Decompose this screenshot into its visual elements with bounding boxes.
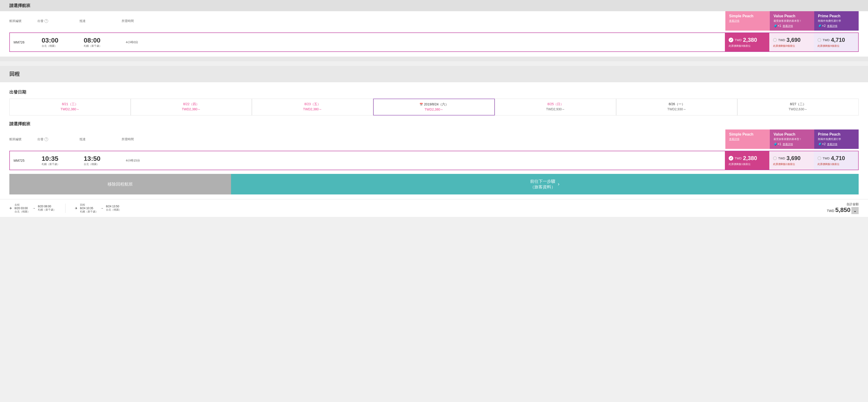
next-step-button[interactable]: 前往下一步驟 （旅客資料） › [231, 174, 859, 195]
date-tab-0[interactable]: 8/21（三） TWD2,380～ [9, 99, 131, 115]
date-tab-2-price: TWD2,380～ [254, 107, 371, 111]
outbound-value-price-row: TWD 3,690 [773, 37, 801, 43]
date-tabs: 8/21（三） TWD2,380～ 8/22（四） TWD2,380～ 8/23… [9, 99, 859, 115]
total-currency: TWD [827, 209, 834, 213]
return-prime-baggage-icon: 🧳×2 [818, 142, 826, 146]
outbound-arr-time: 8/20 08:00 [38, 205, 56, 208]
return-prime-price-row: TWD 4,710 [817, 155, 845, 162]
return-flight-number: MM725 [13, 159, 42, 162]
return-prime-tier-sub: 附兩件免費托運行李 [818, 137, 855, 141]
outbound-value-radio [773, 38, 777, 42]
return-value-price[interactable]: TWD 3,690 此票價剩餘1個座位 [769, 151, 814, 170]
outbound-prime-tier-header: Prime Peach 附兩件免費托運行李 🧳×2 查看詳情 [814, 11, 859, 31]
outbound-trip-info: ✈ 去程 8/20 03:00 台北（桃園） → 8/20 08:00 札幌（新… [9, 203, 56, 213]
return-prime-see-detail[interactable]: 查看詳情 [827, 142, 837, 146]
action-buttons: 移除回程航班 前往下一步驟 （旅客資料） › [9, 174, 859, 195]
date-tab-4-price: TWD2,930～ [497, 107, 614, 111]
outbound-simple-price[interactable]: TWD 2,380 此票價剩餘9個座位 [725, 33, 769, 52]
return-simple-see-detail[interactable]: 查看詳情 [729, 137, 766, 141]
outbound-prime-note: 此票價剩餘9個座位 [817, 44, 839, 48]
return-departure-info-icon: ? [44, 137, 48, 141]
outbound-arrow-icon: → [32, 206, 35, 210]
outbound-tier-header-row: 航班編號 出發 ? 抵達 所需時間 Simple Peach 查看詳情 [9, 11, 859, 31]
return-value-see-detail[interactable]: 查看詳情 [783, 142, 793, 146]
return-plane-icon: ✈ [75, 206, 78, 210]
date-tab-5[interactable]: 8/26（一） TWD2,930～ [616, 99, 738, 115]
return-trip-info: ✈ 回程 8/24 10:35 札幌（新千歲） → 8/24 13:50 台北（… [75, 203, 121, 213]
return-title: 回程 [9, 71, 20, 77]
outbound-from: 台北（桃園） [14, 210, 30, 213]
outbound-prime-price-row: TWD 4,710 [817, 37, 845, 43]
return-duration: 4小時15分 [126, 159, 721, 163]
return-arrival: 13:50 台北（桃園） [84, 155, 126, 166]
return-value-tier-name: Value Peach [774, 132, 810, 136]
return-arr-details: 8/24 13:50 台北（桃園） [106, 205, 121, 211]
return-prime-tier-header: Prime Peach 附兩件免費托運行李 🧳×2 查看詳情 [814, 130, 859, 149]
outbound-flight-number: MM726 [13, 40, 42, 44]
total-price-row: TWD 5,850 ⌄ [827, 206, 859, 214]
return-value-tier-header: Value Peach 最受旅客喜愛的基本型！ 🧳×1 查看詳情 [770, 130, 814, 149]
date-tab-3[interactable]: 📅 2019/8/24（六） TWD2,380～ [373, 99, 495, 115]
outbound-arr-details: 8/20 08:00 札幌（新千歲） [38, 205, 56, 211]
outbound-section-title-bar: 請選擇航班 [0, 0, 868, 11]
date-tab-4[interactable]: 8/25（日） TWD2,930～ [495, 99, 616, 115]
return-section: 出發日期 8/21（三） TWD2,380～ 8/22（四） TWD2,380～… [0, 82, 868, 199]
return-simple-price[interactable]: TWD 2,380 此票價剩餘1個座位 [725, 151, 769, 170]
outbound-section: 航班編號 出發 ? 抵達 所需時間 Simple Peach 查看詳情 [0, 11, 868, 57]
date-tab-1-label: 8/22（四） [133, 102, 249, 106]
outbound-prime-price[interactable]: TWD 4,710 此票價剩餘9個座位 [814, 33, 858, 52]
return-to: 台北（桃園） [106, 208, 121, 211]
outbound-flight-col-headers: 航班編號 出發 ? 抵達 所需時間 [9, 11, 725, 31]
date-tab-1[interactable]: 8/22（四） TWD2,380～ [131, 99, 252, 115]
date-tab-2[interactable]: 8/23（五） TWD2,380～ [252, 99, 373, 115]
value-see-detail[interactable]: 查看詳情 [783, 24, 793, 28]
col-departure: 出發 ? [37, 13, 80, 28]
col-flight-no: 航班編號 [9, 13, 37, 28]
date-tab-5-label: 8/26（一） [619, 102, 735, 106]
return-section-title-bar: 回程 [0, 66, 868, 82]
prime-see-detail[interactable]: 查看詳情 [827, 24, 837, 28]
simple-tier-name: Simple Peach [729, 14, 766, 18]
return-prime-price[interactable]: TWD 4,710 此票價剩餘1個座位 [814, 151, 858, 170]
return-simple-tier-header: Simple Peach 查看詳情 [725, 130, 770, 149]
value-tier-name: Value Peach [774, 14, 810, 18]
return-value-baggage-icon: 🧳×1 [774, 142, 781, 146]
return-prime-tier-info: 🧳×2 查看詳情 [818, 142, 855, 146]
col-duration: 所需時間 [122, 13, 725, 28]
return-value-note: 此票價剩餘1個座位 [773, 162, 795, 166]
outbound-simple-check [728, 38, 733, 42]
return-departure: 10:35 札幌（新千歲） [42, 155, 84, 166]
divider [0, 57, 868, 61]
date-tab-6-label: 8/27（二） [740, 102, 856, 106]
date-tab-6[interactable]: 8/27（二） TWD2,630～ [737, 99, 859, 115]
value-baggage-icon: 🧳×1 [774, 24, 781, 28]
date-tab-3-label: 📅 2019/8/24（六） [376, 102, 492, 107]
return-value-price-row: TWD 3,690 [773, 155, 801, 162]
outbound-value-note: 此票價剩餘9個座位 [773, 44, 795, 48]
return-simple-check [728, 156, 733, 161]
outbound-simple-tier-header: Simple Peach 查看詳情 [725, 11, 770, 31]
return-flight-row: MM725 10:35 札幌（新千歲） 13:50 台北（桃園） 4小時15分 … [9, 151, 859, 170]
return-tier-header-row: 航班編號 出發 ? 抵達 所需時間 Simple Peach 查看詳情 Valu… [9, 130, 859, 149]
return-date-time: 8/24 10:35 [80, 207, 98, 210]
value-tier-info: 🧳×1 查看詳情 [774, 23, 810, 28]
outbound-trip-details: 去程 8/20 03:00 台北（桃園） [14, 203, 30, 213]
return-col-duration: 所需時間 [122, 132, 725, 146]
return-label: 回程 [80, 203, 98, 207]
return-from: 札幌（新千歲） [80, 210, 98, 213]
simple-see-detail[interactable]: 查看詳情 [729, 19, 766, 23]
total-expand-button[interactable]: ⌄ [851, 207, 859, 214]
total-label: 合計金額 [827, 202, 859, 206]
bottom-bar: ✈ 去程 8/20 03:00 台北（桃園） → 8/20 08:00 札幌（新… [0, 199, 868, 217]
col-arrival: 抵達 [80, 13, 122, 28]
return-flight-info: MM725 10:35 札幌（新千歲） 13:50 台北（桃園） 4小時15分 [10, 151, 725, 170]
total-amount: 5,850 [835, 206, 850, 213]
outbound-to: 札幌（新千歲） [38, 208, 56, 211]
date-tab-1-price: TWD2,380～ [133, 107, 249, 111]
return-prime-tier-name: Prime Peach [818, 132, 855, 136]
outbound-value-tier-header: Value Peach 最受旅客喜愛的基本型！ 🧳×1 查看詳情 [770, 11, 814, 31]
outbound-plane-icon: ✈ [9, 206, 12, 210]
outbound-value-price[interactable]: TWD 3,690 此票價剩餘9個座位 [769, 33, 814, 52]
remove-return-button[interactable]: 移除回程航班 [9, 174, 231, 195]
total-price: 合計金額 TWD 5,850 ⌄ [827, 202, 859, 214]
